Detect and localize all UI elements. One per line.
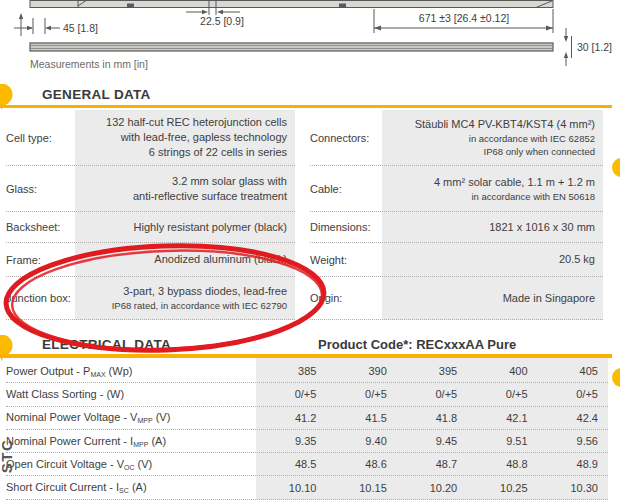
- dimensions-value: 1821 x 1016 x 30 mm: [382, 212, 603, 242]
- dimension-drawing: 45 [1.8] 22.5 [0.9] 671 ±3 [26.4 ±0.12] …: [0, 0, 620, 76]
- cable-value: 4 mm² solar cable, 1.1 m + 1.2 m in acco…: [382, 166, 603, 211]
- nominal-power-current-value: 9.45: [397, 435, 467, 447]
- open-circuit-voltage-value: 48.7: [397, 458, 467, 470]
- nominal-power-current-label: Nominal Power Current - IMPP (A): [6, 435, 256, 448]
- power-output-label: Power Output - PMAX (Wp): [6, 365, 256, 378]
- frame-label: Frame:: [6, 243, 75, 276]
- electrical-data-rule: [0, 354, 612, 358]
- measurements-note: Measurements in mm [in]: [30, 58, 148, 70]
- table-row: Frame: Anodized aluminum (black): [6, 243, 295, 277]
- glass-label: Glass:: [6, 166, 75, 211]
- cable-label: Cable:: [310, 166, 382, 211]
- table-row: Origin: Made in Singapore: [310, 277, 603, 320]
- nominal-power-voltage-value: 41.5: [326, 412, 396, 424]
- dim-45-label: 45 [1.8]: [63, 22, 98, 34]
- value-line: 4 mm² solar cable, 1.1 m + 1.2 m: [382, 175, 595, 190]
- table-row: Open Circuit Voltage - VOC (V) 48.5 48.6…: [6, 453, 608, 476]
- watt-class-value: 0/+5: [256, 388, 326, 400]
- open-circuit-voltage-value: 48.5: [256, 458, 326, 470]
- value-line: Stäubli MC4 PV-KBT4/KST4 (4 mm²): [382, 117, 595, 132]
- open-circuit-voltage-value: 48.8: [467, 458, 537, 470]
- value-line: 20.5 kg: [382, 252, 595, 267]
- watt-class-value: 0/+5: [467, 388, 537, 400]
- table-row: Backsheet: Highly resistant polymer (bla…: [6, 212, 295, 243]
- datasheet-page: 45 [1.8] 22.5 [0.9] 671 ±3 [26.4 ±0.12] …: [0, 0, 620, 500]
- table-row: Nominal Power Current - IMPP (A) 9.35 9.…: [6, 430, 608, 453]
- value-line: 3-part, 3 bypass diodes, lead-free: [75, 284, 287, 299]
- table-row: Nominal Power Voltage - VMPP (V) 41.2 41…: [6, 407, 608, 430]
- value-line: Made in Singapore: [382, 291, 595, 306]
- power-output-value: 400: [467, 365, 537, 377]
- glass-value: 3.2 mm solar glass with anti-reflective …: [75, 166, 295, 211]
- table-row: Glass: 3.2 mm solar glass with anti-refl…: [6, 166, 295, 212]
- nominal-power-voltage-value: 41.2: [256, 412, 326, 424]
- nominal-power-voltage-label: Nominal Power Voltage - VMPP (V): [6, 411, 256, 424]
- value-line: IP68 only when connected: [382, 145, 595, 158]
- power-output-value: 390: [326, 365, 396, 377]
- cell-type-value: 132 half-cut REC heterojunction cells wi…: [75, 110, 295, 165]
- short-circuit-current-value: 10.20: [397, 482, 467, 494]
- backsheet-label: Backsheet:: [6, 212, 75, 242]
- nominal-power-current-value: 9.40: [326, 435, 396, 447]
- short-circuit-current-value: 10.10: [256, 482, 326, 494]
- table-row: Cable: 4 mm² solar cable, 1.1 m + 1.2 m …: [310, 166, 603, 212]
- dimensions-label: Dimensions:: [310, 212, 382, 242]
- table-row: Connectors: Stäubli MC4 PV-KBT4/KST4 (4 …: [310, 110, 603, 166]
- connectors-label: Connectors:: [310, 110, 382, 165]
- watt-class-value: 0/+5: [326, 388, 396, 400]
- general-data-title: GENERAL DATA: [42, 87, 151, 102]
- short-circuit-current-value: 10.25: [467, 482, 537, 494]
- open-circuit-voltage-label: Open Circuit Voltage - VOC (V): [6, 458, 256, 471]
- open-circuit-voltage-value: 48.9: [538, 458, 608, 470]
- junction-box-label: Junction box:: [6, 277, 75, 319]
- weight-label: Weight:: [310, 243, 382, 276]
- value-line: 3.2 mm solar glass with: [75, 174, 287, 189]
- value-line: Anodized aluminum (black): [75, 252, 287, 267]
- stc-condition-label: STC: [0, 429, 14, 483]
- table-row: Short Circuit Current - ISC (A) 10.10 10…: [6, 477, 608, 500]
- general-data-rule: [0, 105, 612, 108]
- page-edge-dot-icon: [612, 158, 620, 177]
- watt-class-value: 0/+5: [397, 388, 467, 400]
- open-circuit-voltage-value: 48.6: [326, 458, 396, 470]
- value-line: 1821 x 1016 x 30 mm: [382, 220, 595, 235]
- short-circuit-current-label: Short Circuit Current - ISC (A): [6, 481, 256, 494]
- table-row: Weight: 20.5 kg: [310, 243, 603, 277]
- connectors-value: Stäubli MC4 PV-KBT4/KST4 (4 mm²) in acco…: [382, 110, 603, 165]
- power-output-value: 395: [397, 365, 467, 377]
- value-line: anti-reflective surface treatment: [75, 189, 287, 204]
- cell-type-label: Cell type:: [6, 110, 75, 165]
- watt-class-value: 0/+5: [538, 388, 608, 400]
- nominal-power-voltage-value: 42.4: [538, 412, 608, 424]
- value-line: with lead-free, gapless technology: [75, 130, 287, 145]
- table-row: Power Output - PMAX (Wp) 385 390 395 400…: [6, 360, 608, 383]
- nominal-power-current-value: 9.51: [467, 435, 537, 447]
- value-line: Highly resistant polymer (black): [75, 220, 287, 235]
- nominal-power-current-value: 9.35: [256, 435, 326, 447]
- table-row: Dimensions: 1821 x 1016 x 30 mm: [310, 212, 603, 243]
- value-line: in accordance with IEC 62852: [382, 132, 595, 145]
- origin-label: Origin:: [310, 277, 382, 319]
- short-circuit-current-value: 10.30: [538, 482, 608, 494]
- value-line: 132 half-cut REC heterojunction cells: [75, 115, 287, 130]
- value-line: IP68 rated, in accordance with IEC 62790: [75, 299, 287, 312]
- origin-value: Made in Singapore: [382, 277, 603, 319]
- short-circuit-current-value: 10.15: [326, 482, 396, 494]
- page-edge-dot-icon: [612, 368, 620, 387]
- table-row: Watt Class Sorting - (W) 0/+5 0/+5 0/+5 …: [6, 383, 608, 406]
- value-line: in accordance with EN 50618: [382, 190, 595, 203]
- nominal-power-voltage-value: 41.8: [397, 412, 467, 424]
- dim-30-label: 30 [1.2]: [577, 41, 612, 53]
- frame-value: Anodized aluminum (black): [75, 243, 295, 276]
- watt-class-label: Watt Class Sorting - (W): [6, 388, 256, 401]
- table-row: Cell type: 132 half-cut REC heterojuncti…: [6, 110, 295, 166]
- nominal-power-voltage-value: 42.1: [467, 412, 537, 424]
- nominal-power-current-value: 9.56: [538, 435, 608, 447]
- backsheet-value: Highly resistant polymer (black): [75, 212, 295, 242]
- electrical-data-title: ELECTRICAL DATA: [42, 337, 171, 352]
- table-row: Junction box: 3-part, 3 bypass diodes, l…: [6, 277, 295, 320]
- weight-value: 20.5 kg: [382, 243, 603, 276]
- product-code-label: Product Code*: RECxxxAA Pure: [318, 337, 516, 352]
- dim-671-label: 671 ±3 [26.4 ±0.12]: [419, 12, 509, 24]
- value-line: 6 strings of 22 cells in series: [75, 145, 287, 160]
